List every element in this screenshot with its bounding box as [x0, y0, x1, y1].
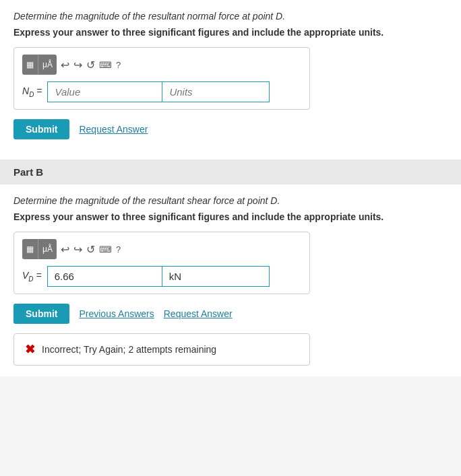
help-button[interactable]: ?: [116, 60, 121, 70]
part-b-matrix-icon: ▦: [22, 239, 38, 259]
part-b-matrix-icon-group[interactable]: ▦ μÅ: [22, 239, 57, 259]
part-a-answer-box: ▦ μÅ ↩ ↪ ↺ ⌨ ? ND =: [13, 47, 310, 110]
part-b-units-input[interactable]: [162, 266, 270, 287]
part-b-refresh-button[interactable]: ↺: [86, 243, 95, 256]
part-a-instructions-bold: Express your answer to three significant…: [13, 27, 448, 38]
refresh-button[interactable]: ↺: [86, 59, 95, 71]
keyboard-button[interactable]: ⌨: [99, 60, 112, 70]
part-b-keyboard-button[interactable]: ⌨: [99, 244, 112, 254]
part-a-instructions-italic: Determine the magnitude of the resultant…: [13, 11, 448, 22]
part-b-feedback-box: ✖ Incorrect; Try Again; 2 attempts remai…: [13, 333, 310, 366]
mu-label: μÅ: [38, 55, 57, 75]
part-a-toolbar: ▦ μÅ ↩ ↪ ↺ ⌨ ?: [22, 55, 301, 75]
part-b-redo-button[interactable]: ↪: [73, 243, 82, 256]
part-a-request-answer-button[interactable]: Request Answer: [79, 124, 148, 135]
part-b-instructions-italic: Determine the magnitude of the resultant…: [13, 195, 448, 206]
part-b-section: Determine the magnitude of the resultant…: [0, 184, 461, 376]
part-a-section: Determine the magnitude of the resultant…: [0, 0, 461, 160]
part-b-undo-button[interactable]: ↩: [61, 243, 69, 256]
part-b-request-answer-button[interactable]: Request Answer: [164, 308, 233, 319]
part-b-instructions-bold: Express your answer to three significant…: [13, 211, 448, 222]
incorrect-icon: ✖: [25, 342, 35, 357]
part-b-value-input[interactable]: [47, 266, 162, 287]
part-b-input-row: VD =: [22, 266, 301, 287]
part-b-instruction-text: Determine the magnitude of the resultant…: [13, 195, 270, 206]
part-b-header: Part B: [0, 160, 461, 184]
part-b-variable-label: VD =: [22, 270, 42, 283]
part-a-value-input[interactable]: [47, 81, 162, 102]
part-b-toolbar: ▦ μÅ ↩ ↪ ↺ ⌨ ?: [22, 239, 301, 259]
part-b-submit-button[interactable]: Submit: [13, 304, 69, 324]
part-b-help-button[interactable]: ?: [116, 244, 121, 254]
matrix-icon-group[interactable]: ▦ μÅ: [22, 55, 57, 75]
part-b-mu-label: μÅ: [38, 239, 57, 259]
part-b-header-label: Part B: [13, 166, 43, 178]
undo-button[interactable]: ↩: [61, 59, 69, 71]
part-a-units-input[interactable]: [162, 81, 270, 102]
part-b-point-var: D: [270, 195, 277, 206]
part-a-submit-button[interactable]: Submit: [13, 119, 69, 139]
matrix-icon: ▦: [22, 55, 38, 75]
feedback-text: Incorrect; Try Again; 2 attempts remaini…: [42, 344, 216, 355]
part-a-instruction-text: Determine the magnitude of the resultant…: [13, 11, 276, 22]
part-a-variable-label: ND =: [22, 86, 42, 98]
part-b-actions: Submit Previous Answers Request Answer: [13, 304, 448, 324]
part-b-answer-box: ▦ μÅ ↩ ↪ ↺ ⌨ ? VD =: [13, 232, 310, 294]
part-b-previous-answers-button[interactable]: Previous Answers: [79, 308, 154, 319]
part-a-input-row: ND =: [22, 81, 301, 102]
redo-button[interactable]: ↪: [73, 59, 82, 71]
part-a-actions: Submit Request Answer: [13, 119, 448, 139]
part-a-point-var: D: [276, 11, 282, 22]
